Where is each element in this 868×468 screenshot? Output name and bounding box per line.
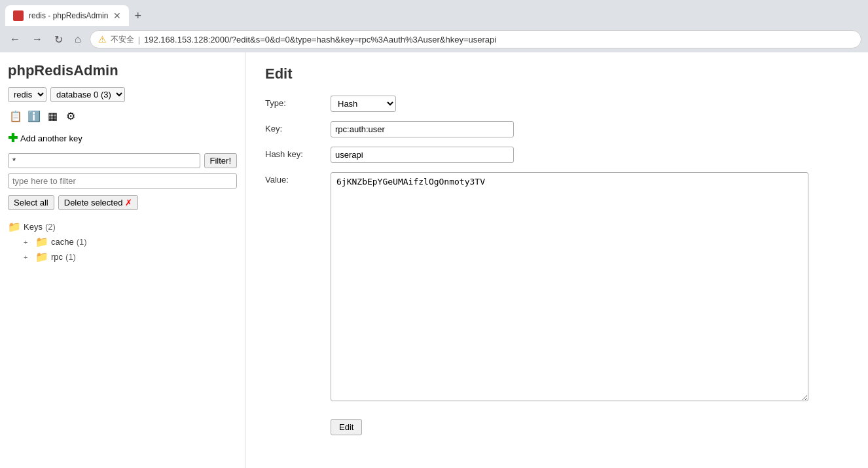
server-select[interactable]: redis xyxy=(8,87,46,102)
hash-key-label: Hash key: xyxy=(265,147,331,159)
settings-icon[interactable]: ⚙ xyxy=(63,109,79,123)
security-warning-icon: ⚠ xyxy=(98,34,107,45)
key-control xyxy=(331,121,848,137)
tab-title: redis - phpRedisAdmin xyxy=(29,11,108,20)
db-select-row: redis database 0 (3) xyxy=(8,87,237,102)
url-text: 192.168.153.128:2000/?edit&s=0&d=0&type=… xyxy=(144,35,496,45)
forward-button[interactable]: → xyxy=(29,32,46,46)
rpc-count: (1) xyxy=(65,252,76,262)
toolbar-icons: 📋 ℹ️ ▦ ⚙ xyxy=(8,109,237,123)
cache-count: (1) xyxy=(77,237,87,247)
main-content: Edit Type: Hash String List Set ZSet Key… xyxy=(245,52,868,468)
app-title: phpRedisAdmin xyxy=(8,62,237,79)
hash-key-input[interactable] xyxy=(331,147,514,163)
home-button[interactable]: ⌂ xyxy=(71,32,84,46)
database-select[interactable]: database 0 (3) xyxy=(50,87,125,102)
select-all-button[interactable]: Select all xyxy=(8,195,54,210)
submit-row: Edit xyxy=(265,412,848,435)
address-bar[interactable]: ⚠ 不安全 | 192.168.153.128:2000/?edit&s=0&d… xyxy=(90,30,861,48)
key-row: Key: xyxy=(265,121,848,137)
cache-folder-icon: 📁 xyxy=(35,236,48,248)
tree-item-cache[interactable]: + 📁 cache (1) xyxy=(24,234,237,249)
grid-icon[interactable]: ▦ xyxy=(45,109,60,123)
keys-root-item[interactable]: 📁 Keys (2) xyxy=(8,219,237,234)
tab-close-button[interactable]: ✕ xyxy=(113,10,121,21)
key-filter-input[interactable] xyxy=(8,153,200,168)
back-button[interactable]: ← xyxy=(7,32,24,46)
edit-submit-button[interactable]: Edit xyxy=(331,419,362,435)
cache-label: cache xyxy=(51,237,74,247)
new-tab-button[interactable]: + xyxy=(134,9,141,23)
tree-item-rpc[interactable]: + 📁 rpc (1) xyxy=(24,249,237,264)
plus-icon: ✚ xyxy=(8,131,18,145)
type-select[interactable]: Hash String List Set ZSet xyxy=(331,96,396,112)
hash-key-control xyxy=(331,147,848,163)
delete-x-icon: ✗ xyxy=(125,198,132,207)
add-key-label: Add another key xyxy=(20,134,82,143)
value-label: Value: xyxy=(265,172,331,185)
filter-row: Filter! xyxy=(8,153,237,168)
info-icon[interactable]: 📋 xyxy=(8,109,24,123)
type-control: Hash String List Set ZSet xyxy=(331,96,848,112)
delete-selected-button[interactable]: Delete selected ✗ xyxy=(58,195,138,210)
type-filter-input[interactable] xyxy=(8,173,237,189)
keys-folder-icon: 📁 xyxy=(8,221,21,233)
type-label: Type: xyxy=(265,96,331,108)
add-key-link[interactable]: ✚ Add another key xyxy=(8,131,237,145)
tree-toggle-cache: + xyxy=(24,238,33,246)
tree-toggle-rpc: + xyxy=(24,253,33,261)
sidebar: phpRedisAdmin redis database 0 (3) 📋 ℹ️ … xyxy=(0,52,245,468)
key-label: Key: xyxy=(265,121,331,134)
info-circle-icon[interactable]: ℹ️ xyxy=(26,109,42,123)
value-control: 6jKNZbEpYGeUMAifzlOgOnmoty3TV xyxy=(331,172,848,403)
keys-label: Keys xyxy=(24,222,43,232)
page-title: Edit xyxy=(265,65,848,82)
tab-favicon xyxy=(13,10,24,21)
browser-tab[interactable]: redis - phpRedisAdmin ✕ xyxy=(5,5,129,26)
value-textarea[interactable]: 6jKNZbEpYGeUMAifzlOgOnmoty3TV xyxy=(331,172,808,401)
filter-button[interactable]: Filter! xyxy=(204,153,238,168)
tree-children: + 📁 cache (1) + 📁 rpc (1) xyxy=(24,234,237,264)
keys-count: (2) xyxy=(45,222,56,232)
refresh-button[interactable]: ↻ xyxy=(51,32,66,47)
key-input[interactable] xyxy=(331,121,514,137)
edit-form: Type: Hash String List Set ZSet Key: xyxy=(265,96,848,435)
value-row: Value: 6jKNZbEpYGeUMAifzlOgOnmoty3TV xyxy=(265,172,848,403)
rpc-folder-icon: 📁 xyxy=(35,251,48,263)
type-row: Type: Hash String List Set ZSet xyxy=(265,96,848,112)
rpc-label: rpc xyxy=(51,252,63,262)
insecure-label: 不安全 xyxy=(111,34,134,45)
select-delete-row: Select all Delete selected ✗ xyxy=(8,195,237,210)
hash-key-row: Hash key: xyxy=(265,147,848,163)
